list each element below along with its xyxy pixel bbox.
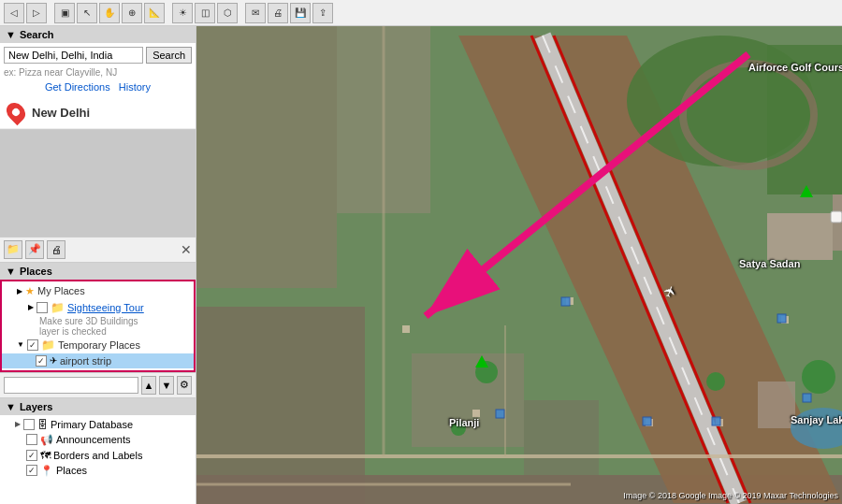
polygon-button[interactable]: ⬡ bbox=[217, 3, 238, 23]
temporary-checkbox[interactable] bbox=[27, 339, 38, 351]
layers-triangle-icon: ▼ bbox=[6, 401, 16, 412]
announcements-label: Announcements bbox=[56, 434, 131, 445]
primary-db-label: Primary Database bbox=[51, 419, 133, 430]
main-toolbar: ◁ ▷ ▣ ↖ ✋ ⊕ 📐 ☀ ◫ ⬡ ✉ 🖨 💾 ⇪ bbox=[0, 0, 842, 26]
search-button[interactable]: Search bbox=[146, 47, 192, 64]
print-button[interactable]: 🖨 bbox=[268, 3, 288, 23]
get-directions-link[interactable]: Get Directions bbox=[45, 81, 110, 93]
svg-rect-18 bbox=[524, 400, 599, 475]
my-places-triangle: ▶ bbox=[17, 287, 22, 295]
map-area[interactable]: Airforce Golf Course Satya Sadan Pilanji… bbox=[196, 26, 842, 504]
search-section: ▼ Search Search ex: Pizza near Clayville… bbox=[0, 26, 196, 130]
tree-item-airport-strip[interactable]: ✈ airport strip bbox=[2, 353, 194, 368]
layers-button[interactable]: ◫ bbox=[195, 3, 215, 23]
svg-rect-34 bbox=[496, 410, 504, 418]
svg-point-21 bbox=[706, 372, 725, 391]
history-link[interactable]: History bbox=[119, 81, 151, 93]
temporary-folder-icon: 📁 bbox=[41, 338, 55, 352]
location-pin-icon bbox=[3, 99, 29, 125]
svg-rect-37 bbox=[712, 417, 720, 425]
sun-button[interactable]: ☀ bbox=[172, 3, 193, 23]
places-header-label: Places bbox=[20, 266, 52, 277]
add-folder-button[interactable]: 📁 bbox=[4, 240, 22, 259]
airport-checkbox[interactable] bbox=[36, 355, 47, 367]
places-toolbar: 📁 📌 🖨 ✕ bbox=[0, 237, 196, 263]
svg-point-22 bbox=[802, 360, 835, 394]
airforce-label: Airforce Golf Course bbox=[748, 62, 842, 73]
search-triangle-icon: ▼ bbox=[6, 29, 16, 40]
svg-rect-13 bbox=[767, 213, 833, 260]
search-hint: ex: Pizza near Clayville, NJ bbox=[0, 67, 196, 79]
tree-item-my-places[interactable]: ▶ ★ My Places bbox=[2, 283, 194, 299]
places-icon: 📍 bbox=[40, 465, 53, 477]
tree-item-sightseeing[interactable]: ▶ 📁 Sightseeing Tour bbox=[2, 299, 194, 316]
svg-rect-28 bbox=[472, 410, 480, 417]
borders-checkbox[interactable] bbox=[26, 450, 37, 461]
close-panel-button[interactable]: ✕ bbox=[181, 242, 192, 257]
map-copyright: Image © 2018 Google Image © 2019 Maxar T… bbox=[623, 491, 838, 500]
svg-rect-3 bbox=[196, 307, 365, 504]
sightseeing-folder-icon: 📁 bbox=[51, 301, 65, 314]
save-button[interactable]: 💾 bbox=[290, 3, 311, 23]
search-result[interactable]: New Delhi bbox=[0, 96, 196, 129]
layers-header[interactable]: ▼ Layers bbox=[0, 398, 196, 415]
svg-rect-41 bbox=[831, 211, 842, 223]
svg-rect-2 bbox=[196, 26, 337, 288]
sightseeing-checkbox[interactable] bbox=[36, 302, 48, 313]
tree-item-temporary-places[interactable]: ▼ 📁 Temporary Places bbox=[2, 337, 194, 353]
properties-button[interactable]: ⚙ bbox=[177, 376, 192, 395]
places-tree: ▶ ★ My Places ▶ 📁 Sightseeing Tour Make … bbox=[0, 280, 196, 372]
places-header[interactable]: ▼ Places bbox=[0, 263, 196, 280]
primary-db-checkbox[interactable] bbox=[23, 419, 35, 430]
my-places-label: My Places bbox=[37, 285, 85, 296]
places-search-input[interactable] bbox=[4, 377, 138, 394]
sightseeing-triangle: ▶ bbox=[28, 303, 34, 311]
ruler-button[interactable]: 📐 bbox=[144, 3, 165, 23]
nav-forward-button[interactable]: ▷ bbox=[26, 3, 47, 23]
search-input-row: Search bbox=[0, 43, 196, 67]
layer-borders[interactable]: 🗺 Borders and Labels bbox=[0, 448, 196, 463]
borders-icon: 🗺 bbox=[40, 450, 51, 461]
announcements-checkbox[interactable] bbox=[26, 434, 37, 445]
left-panel: ▼ Search Search ex: Pizza near Clayville… bbox=[0, 26, 196, 504]
borders-label: Borders and Labels bbox=[53, 450, 142, 461]
nav-back-button[interactable]: ◁ bbox=[4, 3, 24, 23]
search-links: Get Directions History bbox=[0, 79, 196, 96]
svg-rect-39 bbox=[803, 394, 811, 402]
my-places-star-icon: ★ bbox=[25, 285, 35, 297]
sightseeing-label: Sightseeing Tour bbox=[67, 302, 144, 313]
cursor-button[interactable]: ↖ bbox=[77, 3, 97, 23]
layer-places[interactable]: 📍 Places bbox=[0, 463, 196, 479]
search-input[interactable] bbox=[4, 47, 143, 64]
layers-tree: ▶ 🗄 Primary Database 📢 Announcements 🗺 B… bbox=[0, 415, 196, 481]
announcements-icon: 📢 bbox=[40, 434, 53, 446]
sightseeing-hint1: Make sure 3D Buildings bbox=[2, 316, 194, 326]
layer-primary-db[interactable]: ▶ 🗄 Primary Database bbox=[0, 417, 196, 432]
share-button[interactable]: ⇪ bbox=[312, 3, 333, 23]
crosshair-button[interactable]: ⊕ bbox=[122, 3, 142, 23]
airport-icon: ✈ bbox=[50, 355, 57, 366]
move-up-button[interactable]: ▲ bbox=[141, 376, 156, 395]
show-sidebar-button[interactable]: ▣ bbox=[54, 3, 75, 23]
pilanji-label: Pilanji bbox=[449, 417, 479, 428]
svg-rect-16 bbox=[758, 382, 795, 428]
email-button[interactable]: ✉ bbox=[245, 3, 266, 23]
temporary-triangle: ▼ bbox=[17, 340, 24, 349]
airport-strip-label: airport strip bbox=[60, 355, 111, 367]
result-name: New Delhi bbox=[32, 106, 90, 120]
add-pin-button[interactable]: 📌 bbox=[25, 240, 44, 259]
search-header-label: Search bbox=[20, 29, 54, 40]
print-places-button[interactable]: 🖨 bbox=[47, 240, 65, 259]
svg-rect-36 bbox=[643, 417, 651, 425]
search-header[interactable]: ▼ Search bbox=[0, 26, 196, 43]
svg-rect-17 bbox=[412, 353, 524, 447]
primary-db-triangle: ▶ bbox=[15, 420, 21, 428]
layer-announcements[interactable]: 📢 Announcements bbox=[0, 432, 196, 448]
svg-rect-27 bbox=[402, 325, 410, 333]
move-down-button[interactable]: ▼ bbox=[159, 376, 174, 395]
satya-sadan-label: Satya Sadan bbox=[739, 258, 800, 269]
places-checkbox[interactable] bbox=[26, 465, 37, 476]
svg-rect-35 bbox=[561, 297, 570, 306]
main-area: ▼ Search Search ex: Pizza near Clayville… bbox=[0, 26, 842, 504]
hand-button[interactable]: ✋ bbox=[99, 3, 120, 23]
